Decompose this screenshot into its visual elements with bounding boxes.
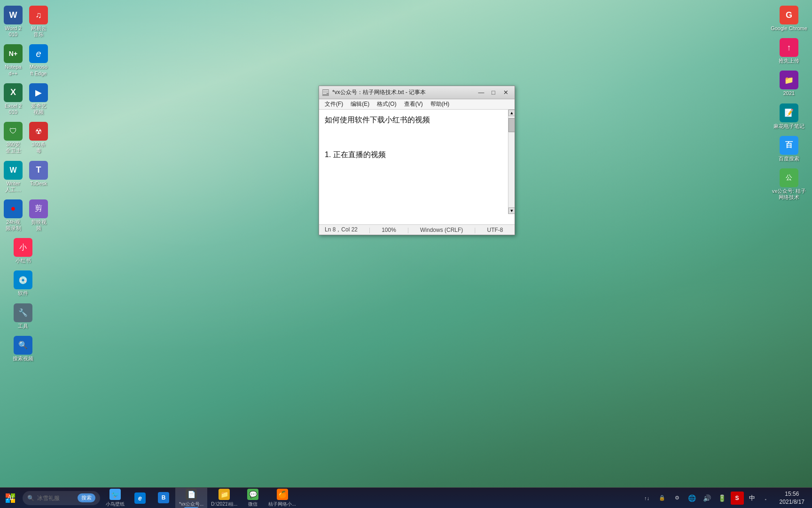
- taskbar-clock[interactable]: 15:56 2021/8/17: [776, 488, 808, 508]
- status-encoding: UTF-8: [487, 227, 503, 233]
- notepad-line3: 1. 正在直播的视频: [325, 148, 499, 162]
- menu-view[interactable]: 查看(V): [400, 99, 427, 109]
- desktop-icon-chrome[interactable]: G Google Chrome: [768, 4, 810, 33]
- notepad-title-icon: [322, 89, 329, 96]
- desktop-icon-xiaohongshu[interactable]: 小 小红书: [2, 236, 44, 266]
- desktop-icon-24h[interactable]: ● 24h视频录制: [2, 198, 24, 233]
- desktop-icons-right: G Google Chrome ↑ 抢先上传 📁 2021 📝 麻花电子笔记 百…: [756, 0, 812, 508]
- clock-date: 2021/8/17: [780, 498, 804, 506]
- excel-icon: X: [4, 83, 23, 102]
- notepad-minimize-button[interactable]: —: [475, 88, 487, 97]
- tray-icon-1[interactable]: ↑↓: [640, 492, 654, 505]
- iqiyi-icon: ▶: [29, 83, 48, 102]
- juzi-icon: 🍊: [277, 489, 288, 500]
- menu-format[interactable]: 格式(O): [373, 99, 400, 109]
- desktop-icon-upload[interactable]: ↑ 抢先上传: [768, 36, 810, 66]
- todesk-icon: T: [29, 161, 48, 180]
- folder-icon: 📁: [219, 489, 230, 500]
- desktop-icon-searchvideo[interactable]: 🔍 搜索视频: [2, 334, 44, 364]
- desktop-icon-writer[interactable]: W Writer人工....: [2, 159, 24, 195]
- tray-icon-3[interactable]: ⚙: [671, 492, 684, 505]
- taskbar-app-wechat[interactable]: 💬 微信: [241, 488, 265, 508]
- 360guard-icon: 🛡: [4, 122, 23, 141]
- notepad-maximize-button[interactable]: □: [487, 88, 500, 97]
- desktop-icon-digital-notepad[interactable]: 📝 麻花电子笔记: [768, 102, 810, 131]
- svg-rect-3: [323, 93, 327, 94]
- searchvideo-label: 搜索视频: [13, 356, 33, 362]
- music-icon: ♫: [29, 6, 48, 24]
- bandicam-icon: B: [158, 492, 169, 503]
- notepad-close-button[interactable]: ✕: [500, 88, 512, 97]
- background-overlay: [0, 0, 812, 508]
- 360av-icon: ☢: [29, 122, 48, 141]
- desktop-icon-excel[interactable]: X Excel 2010: [2, 81, 24, 117]
- edge-icon: e: [29, 44, 48, 63]
- taskbar-app-edge[interactable]: e: [128, 488, 152, 508]
- desktop-icon-todesk[interactable]: T ToDesk: [27, 159, 50, 195]
- desktop-icon-360av[interactable]: ☢ 360杀毒: [27, 120, 50, 156]
- desktop-icon-360guard[interactable]: 🛡 360安全卫士: [2, 120, 24, 156]
- edge-label: Microsoft Edge: [29, 64, 48, 76]
- todesk-label: ToDesk: [30, 181, 47, 187]
- taskbar-app-bird-wallpaper[interactable]: 🐦 小鸟壁纸: [102, 488, 128, 508]
- ai-label: Ai: [7, 493, 14, 502]
- wechat-label: 微信: [248, 501, 258, 508]
- baidu-icon: 百: [780, 136, 798, 155]
- taskbar-right: ↑↓ 🔒 ⚙ 🌐 🔊 🔋 S 中 。 15:56 2021/8/17: [637, 488, 812, 508]
- desktop-icons-left: W Word 2010 ♫ 网易云音乐 N+ Notepad++ e Micro…: [0, 0, 52, 508]
- tray-icon-2[interactable]: 🔒: [656, 492, 669, 505]
- sogou-ime-icon[interactable]: S: [731, 492, 744, 505]
- notepad-scrollbar[interactable]: ▲ ▼: [508, 110, 515, 214]
- scrollbar-thumb[interactable]: [508, 118, 515, 132]
- ai-indicator[interactable]: Ai: [0, 487, 21, 508]
- desktop-icon-2021[interactable]: 📁 2021: [768, 69, 810, 98]
- desktop-icon-tools[interactable]: 🔧 工具: [2, 302, 44, 331]
- desktop-icon-jianying[interactable]: 剪 剪映视频: [27, 198, 50, 233]
- tray-icon-network[interactable]: 🌐: [686, 492, 699, 505]
- scrollbar-up-button[interactable]: ▲: [508, 110, 515, 116]
- taskbar-app-notepad-active[interactable]: 📄 *vx公众号...: [175, 488, 207, 508]
- desktop-icon-music[interactable]: ♫ 网易云音乐: [27, 4, 50, 40]
- notepad-main[interactable]: 如何使用软件下载小红书的视频 1. 正在直播的视频 桔子 ▲ ▼: [319, 110, 515, 224]
- desktop-icon-wechat-tech[interactable]: 公 vx公众号: 桔子网络技术: [768, 167, 810, 202]
- taskbar-app-folder[interactable]: 📁 D:\2021\桔...: [207, 488, 241, 508]
- tray-icon-volume[interactable]: 🔊: [701, 492, 714, 505]
- desktop-icon-iqiyi[interactable]: ▶ 爱奇艺视频: [27, 81, 50, 117]
- tools-label: 工具: [18, 323, 28, 329]
- writer-label: Writer人工....: [4, 181, 23, 193]
- tray-icon-battery[interactable]: 🔋: [716, 492, 729, 505]
- menu-help[interactable]: 帮助(H): [427, 99, 453, 109]
- taskbar-app-bandicam[interactable]: B: [152, 488, 175, 508]
- scrollbar-down-button[interactable]: ▼: [508, 207, 515, 214]
- word2010-label: Word 2010: [4, 25, 23, 38]
- taskbar-search-input[interactable]: [37, 495, 75, 501]
- notepad-statusbar: Ln 8，Col 22 | 100% | Windows (CRLF) | UT…: [319, 224, 515, 235]
- taskbar-search-bar[interactable]: 🔍 搜索: [23, 491, 100, 505]
- notepad-window[interactable]: *vx公众号：桔子网络技术.txt - 记事本 — □ ✕ 文件(F) 编辑(E…: [319, 86, 515, 235]
- cn-mode-indicator[interactable]: 中: [746, 492, 759, 505]
- taskbar-app-juzi[interactable]: 🍊 桔子网络小...: [265, 488, 299, 508]
- notepad-titlebar[interactable]: *vx公众号：桔子网络技术.txt - 记事本 — □ ✕: [319, 86, 515, 99]
- menu-edit[interactable]: 编辑(E): [347, 99, 373, 109]
- 360guard-label: 360安全卫士: [4, 142, 23, 154]
- taskbar: 🔍 搜索 🐦 小鸟壁纸 e B 📄 *vx公众号... 📁 D:\2021\桔.…: [0, 487, 812, 508]
- notepad-line7: [325, 217, 499, 224]
- menu-file[interactable]: 文件(F): [321, 99, 347, 109]
- desktop-icon-software[interactable]: 💿 软件: [2, 269, 44, 298]
- edge-taskbar-icon: e: [134, 492, 146, 504]
- wechat-tech-icon: 公: [780, 168, 798, 187]
- desktop-icon-word2010[interactable]: W Word 2010: [2, 4, 24, 40]
- notepadplus-label: Notepad++: [4, 64, 23, 76]
- year2021-label: 2021: [783, 90, 795, 96]
- svg-rect-1: [323, 90, 328, 91]
- taskbar-search-button[interactable]: 搜索: [78, 493, 95, 502]
- 24h-label: 24h视频录制: [4, 219, 23, 231]
- bird-wallpaper-label: 小鸟壁纸: [106, 501, 125, 508]
- notepad-content[interactable]: 如何使用软件下载小红书的视频 1. 正在直播的视频 桔子: [319, 110, 508, 224]
- notepad-line4: [325, 165, 499, 179]
- desktop: W Word 2010 ♫ 网易云音乐 N+ Notepad++ e Micro…: [0, 0, 812, 508]
- desktop-icon-baidu[interactable]: 百 百度搜索: [768, 134, 810, 164]
- desktop-icon-notepadplus[interactable]: N+ Notepad++: [2, 42, 24, 78]
- desktop-icon-edge[interactable]: e Microsoft Edge: [27, 42, 50, 78]
- ime-punctuation[interactable]: 。: [761, 492, 774, 505]
